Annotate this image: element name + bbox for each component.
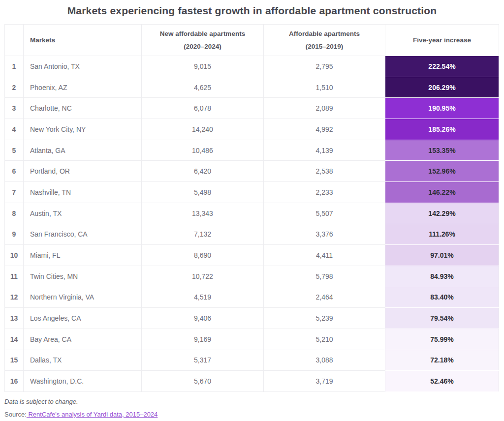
table-row: 8 Austin, TX 13,343 5,507 142.29% bbox=[5, 203, 499, 224]
increase-cell: 206.29% bbox=[385, 77, 499, 98]
increase-cell: 75.99% bbox=[385, 329, 499, 350]
rank-cell: 5 bbox=[5, 140, 24, 161]
table-row: 9 San Francisco, CA 7,132 3,376 111.26% bbox=[5, 224, 499, 245]
footer-note: Data is subject to change. bbox=[4, 398, 504, 405]
rank-cell: 13 bbox=[5, 308, 24, 329]
new-apartments-cell: 10,722 bbox=[142, 266, 264, 287]
new-apartments-cell: 9,015 bbox=[142, 56, 264, 77]
table-row: 14 Bay Area, CA 9,169 5,210 75.99% bbox=[5, 329, 499, 350]
market-cell: Portland, OR bbox=[24, 161, 142, 182]
market-cell: Washington, D.C. bbox=[24, 371, 142, 392]
header-new-apartments-line2: (2020–2024) bbox=[184, 43, 221, 50]
new-apartments-cell: 10,486 bbox=[142, 140, 264, 161]
market-cell: Twin Cities, MN bbox=[24, 266, 142, 287]
increase-cell: 111.26% bbox=[385, 224, 499, 245]
old-apartments-cell: 2,089 bbox=[264, 98, 385, 119]
table-row: 7 Nashville, TN 5,498 2,233 146.22% bbox=[5, 182, 499, 203]
increase-cell: 222.54% bbox=[385, 56, 499, 77]
new-apartments-cell: 5,317 bbox=[142, 350, 264, 371]
rank-cell: 14 bbox=[5, 329, 24, 350]
header-markets: Markets bbox=[24, 25, 142, 56]
rank-cell: 12 bbox=[5, 287, 24, 308]
old-apartments-cell: 4,411 bbox=[264, 245, 385, 266]
market-cell: Northern Virginia, VA bbox=[24, 287, 142, 308]
market-cell: Atlanta, GA bbox=[24, 140, 142, 161]
new-apartments-cell: 14,240 bbox=[142, 119, 264, 140]
table-header: Markets New affordable apartments(2020–2… bbox=[5, 25, 499, 56]
header-old-apartments: Affordable apartments(2015–2019) bbox=[264, 25, 385, 56]
increase-cell: 83.40% bbox=[385, 287, 499, 308]
increase-cell: 190.95% bbox=[385, 98, 499, 119]
market-cell: Austin, TX bbox=[24, 203, 142, 224]
header-old-apartments-line2: (2015–2019) bbox=[306, 43, 344, 50]
rank-cell: 4 bbox=[5, 119, 24, 140]
new-apartments-cell: 13,343 bbox=[142, 203, 264, 224]
old-apartments-cell: 3,376 bbox=[264, 224, 385, 245]
table-row: 13 Los Angeles, CA 9,406 5,239 79.54% bbox=[5, 308, 499, 329]
old-apartments-cell: 3,088 bbox=[264, 350, 385, 371]
increase-cell: 97.01% bbox=[385, 245, 499, 266]
footer: Data is subject to change. Source: RentC… bbox=[4, 398, 504, 418]
market-cell: Los Angeles, CA bbox=[24, 308, 142, 329]
rank-cell: 1 bbox=[5, 56, 24, 77]
rank-cell: 6 bbox=[5, 161, 24, 182]
rank-cell: 15 bbox=[5, 350, 24, 371]
table-row: 16 Washington, D.C. 5,670 3,719 52.46% bbox=[5, 371, 499, 392]
new-apartments-cell: 6,420 bbox=[142, 161, 264, 182]
table-row: 15 Dallas, TX 5,317 3,088 72.18% bbox=[5, 350, 499, 371]
increase-cell: 152.96% bbox=[385, 161, 499, 182]
increase-cell: 52.46% bbox=[385, 371, 499, 392]
new-apartments-cell: 4,625 bbox=[142, 77, 264, 98]
old-apartments-cell: 2,538 bbox=[264, 161, 385, 182]
increase-cell: 185.26% bbox=[385, 119, 499, 140]
old-apartments-cell: 5,210 bbox=[264, 329, 385, 350]
new-apartments-cell: 7,132 bbox=[142, 224, 264, 245]
table-row: 5 Atlanta, GA 10,486 4,139 153.35% bbox=[5, 140, 499, 161]
increase-cell: 84.93% bbox=[385, 266, 499, 287]
old-apartments-cell: 2,795 bbox=[264, 56, 385, 77]
market-cell: Nashville, TN bbox=[24, 182, 142, 203]
old-apartments-cell: 1,510 bbox=[264, 77, 385, 98]
new-apartments-cell: 4,519 bbox=[142, 287, 264, 308]
new-apartments-cell: 5,670 bbox=[142, 371, 264, 392]
increase-cell: 72.18% bbox=[385, 350, 499, 371]
header-new-apartments-line1: New affordable apartments bbox=[160, 30, 245, 37]
old-apartments-cell: 5,239 bbox=[264, 308, 385, 329]
table-row: 2 Phoenix, AZ 4,625 1,510 206.29% bbox=[5, 77, 499, 98]
rank-cell: 2 bbox=[5, 77, 24, 98]
old-apartments-cell: 4,992 bbox=[264, 119, 385, 140]
market-cell: Bay Area, CA bbox=[24, 329, 142, 350]
header-rank bbox=[5, 25, 24, 56]
market-cell: Charlotte, NC bbox=[24, 98, 142, 119]
old-apartments-cell: 4,139 bbox=[264, 140, 385, 161]
new-apartments-cell: 5,498 bbox=[142, 182, 264, 203]
source-label: Source: bbox=[4, 411, 27, 418]
new-apartments-cell: 6,078 bbox=[142, 98, 264, 119]
new-apartments-cell: 9,406 bbox=[142, 308, 264, 329]
market-cell: Miami, FL bbox=[24, 245, 142, 266]
old-apartments-cell: 2,233 bbox=[264, 182, 385, 203]
increase-cell: 79.54% bbox=[385, 308, 499, 329]
header-row: Markets New affordable apartments(2020–2… bbox=[5, 25, 499, 56]
rank-cell: 11 bbox=[5, 266, 24, 287]
rank-cell: 16 bbox=[5, 371, 24, 392]
market-cell: Dallas, TX bbox=[24, 350, 142, 371]
market-cell: San Francisco, CA bbox=[24, 224, 142, 245]
page-title: Markets experiencing fastest growth in a… bbox=[0, 0, 504, 17]
new-apartments-cell: 8,690 bbox=[142, 245, 264, 266]
table-row: 4 New York City, NY 14,240 4,992 185.26% bbox=[5, 119, 499, 140]
old-apartments-cell: 3,719 bbox=[264, 371, 385, 392]
rank-cell: 10 bbox=[5, 245, 24, 266]
old-apartments-cell: 5,798 bbox=[264, 266, 385, 287]
table-row: 12 Northern Virginia, VA 4,519 2,464 83.… bbox=[5, 287, 499, 308]
table-row: 10 Miami, FL 8,690 4,411 97.01% bbox=[5, 245, 499, 266]
increase-cell: 146.22% bbox=[385, 182, 499, 203]
source-link[interactable]: RentCafe's analysis of Yardi data, 2015–… bbox=[27, 411, 158, 418]
table-row: 11 Twin Cities, MN 10,722 5,798 84.93% bbox=[5, 266, 499, 287]
table-body: 1 San Antonio, TX 9,015 2,795 222.54% 2 … bbox=[5, 56, 499, 392]
old-apartments-cell: 2,464 bbox=[264, 287, 385, 308]
footer-source: Source: RentCafe's analysis of Yardi dat… bbox=[4, 411, 504, 418]
rank-cell: 9 bbox=[5, 224, 24, 245]
new-apartments-cell: 9,169 bbox=[142, 329, 264, 350]
market-cell: San Antonio, TX bbox=[24, 56, 142, 77]
